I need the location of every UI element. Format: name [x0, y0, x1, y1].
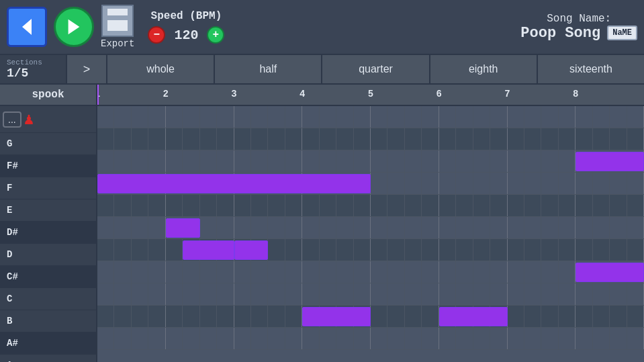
grid-cell[interactable] [593, 195, 610, 216]
grid-cell[interactable] [251, 195, 268, 216]
grid-cell[interactable] [559, 106, 576, 128]
grid-cell[interactable] [217, 261, 234, 283]
grid-cell[interactable] [183, 306, 199, 327]
grid-cell[interactable] [97, 239, 114, 261]
grid-cell[interactable] [422, 217, 439, 238]
grid-cell[interactable] [576, 195, 592, 216]
grid-cell[interactable] [456, 128, 473, 150]
grid-cell[interactable] [148, 261, 165, 283]
grid-cell[interactable] [541, 306, 558, 327]
grid-cell[interactable] [524, 128, 541, 150]
grid-cell[interactable] [524, 217, 541, 238]
grid-cell[interactable] [610, 239, 627, 261]
export-area[interactable]: Export [101, 5, 134, 49]
grid-cell[interactable] [132, 195, 148, 216]
note-block[interactable] [576, 152, 644, 171]
grid-cell[interactable] [593, 128, 610, 150]
grid-cell[interactable] [473, 217, 490, 238]
grid-cell[interactable] [439, 328, 456, 349]
grid-cell[interactable] [456, 261, 473, 283]
grid-cell[interactable] [405, 173, 422, 194]
grid-cell[interactable] [610, 106, 627, 128]
grid-cell[interactable] [405, 306, 422, 327]
grid-cell[interactable] [473, 261, 490, 283]
grid-cell[interactable] [336, 106, 353, 128]
grid-cell[interactable] [132, 261, 148, 283]
grid-cell[interactable] [268, 328, 285, 349]
grid-cell[interactable] [490, 173, 507, 194]
grid-cell[interactable] [456, 173, 473, 194]
grid-cell[interactable] [166, 128, 183, 150]
grid-cell[interactable] [371, 150, 387, 172]
grid-cell[interactable] [114, 128, 131, 150]
grid-row-ds[interactable] [97, 195, 644, 217]
grid-cell[interactable] [439, 128, 456, 150]
grid-cell[interactable] [576, 306, 592, 327]
grid-cell[interactable] [234, 128, 251, 150]
grid-cell[interactable] [166, 328, 183, 349]
grid-cell[interactable] [97, 195, 114, 216]
grid-cell[interactable] [371, 239, 387, 261]
grid-cell[interactable] [524, 239, 541, 261]
grid-cell[interactable] [251, 261, 268, 283]
grid-cell[interactable] [422, 283, 439, 305]
grid-cell[interactable] [97, 106, 114, 128]
grid-cell[interactable] [371, 217, 387, 238]
grid-cell[interactable] [559, 217, 576, 238]
grid-cell[interactable] [490, 150, 507, 172]
grid-cell[interactable] [559, 283, 576, 305]
grid-cell[interactable] [234, 261, 251, 283]
sections-arrow-button[interactable]: > [67, 55, 107, 83]
grid-cell[interactable] [217, 150, 234, 172]
grid-cell[interactable] [166, 239, 183, 261]
grid-cell[interactable] [217, 328, 234, 349]
grid-cell[interactable] [627, 283, 644, 305]
grid-cell[interactable] [627, 239, 644, 261]
grid-cell[interactable] [439, 283, 456, 305]
grid-cell[interactable] [559, 195, 576, 216]
grid-cell[interactable] [627, 106, 644, 128]
grid-cell[interactable] [166, 150, 183, 172]
grid-cell[interactable] [541, 195, 558, 216]
grid-cell[interactable] [490, 217, 507, 238]
bpm-increase-button[interactable]: + [207, 26, 224, 44]
grid-cell[interactable] [627, 328, 644, 349]
grid-cell[interactable] [132, 306, 148, 327]
grid-cell[interactable] [132, 283, 148, 305]
grid-row-c[interactable] [97, 261, 644, 283]
grid-cell[interactable] [387, 306, 404, 327]
grid-cell[interactable] [183, 106, 199, 128]
grid-cell[interactable] [524, 106, 541, 128]
grid-cell[interactable] [268, 283, 285, 305]
grid-cell[interactable] [490, 328, 507, 349]
grid-cell[interactable] [371, 328, 387, 349]
grid-cell[interactable] [387, 328, 404, 349]
grid-cell[interactable] [336, 283, 353, 305]
grid-cell[interactable] [166, 106, 183, 128]
grid-cell[interactable] [183, 128, 199, 150]
grid-cell[interactable] [439, 106, 456, 128]
grid-cell[interactable] [422, 128, 439, 150]
grid-cell[interactable] [576, 283, 592, 305]
grid-cell[interactable] [541, 128, 558, 150]
grid-cell[interactable] [200, 306, 217, 327]
note-block[interactable] [576, 263, 644, 282]
grid-cell[interactable] [302, 261, 319, 283]
grid-cell[interactable] [336, 239, 353, 261]
grid-cell[interactable] [132, 239, 148, 261]
grid-cell[interactable] [114, 217, 131, 238]
grid-cell[interactable] [422, 195, 439, 216]
grid-cell[interactable] [200, 195, 217, 216]
grid-cell[interactable] [387, 150, 404, 172]
grid-cell[interactable] [114, 239, 131, 261]
grid-cell[interactable] [166, 306, 183, 327]
grid-cell[interactable] [627, 195, 644, 216]
grid-cell[interactable] [285, 239, 302, 261]
grid-cell[interactable] [422, 239, 439, 261]
grid-cell[interactable] [200, 261, 217, 283]
grid-cell[interactable] [268, 128, 285, 150]
grid-cell[interactable] [97, 306, 114, 327]
grid-cell[interactable] [234, 217, 251, 238]
grid-cell[interactable] [114, 283, 131, 305]
grid-cell[interactable] [387, 217, 404, 238]
